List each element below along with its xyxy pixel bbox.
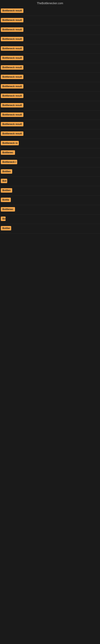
list-item[interactable]: Bottleneck result (0, 110, 100, 120)
site-title: TheBottlenecker.com (0, 0, 100, 6)
bottleneck-result-badge: Bottleneck result (1, 46, 23, 51)
bottleneck-result-badge: Bottleneck result (1, 37, 23, 41)
bottleneck-result-badge: Bottleneck result (1, 112, 23, 117)
list-item[interactable]: Bottlen (0, 167, 100, 177)
list-item[interactable]: Bottleneck result (0, 44, 100, 54)
bottleneck-result-badge: Bottlenec (1, 150, 15, 155)
list-item[interactable]: Bottle (0, 196, 100, 205)
list-item[interactable]: Bot (0, 177, 100, 186)
list-item[interactable]: Bottleneck result (0, 120, 100, 130)
bottleneck-result-badge: Bottleneck result (1, 75, 23, 79)
bottleneck-result-badge: Bottleneck result (1, 94, 23, 98)
bottleneck-result-badge: Bottler (1, 226, 11, 230)
list-item[interactable]: Bottleneck result (0, 63, 100, 73)
bottleneck-result-badge: Bottleneck result (1, 8, 23, 13)
list-item[interactable]: Bottleneck result (0, 82, 100, 92)
bottleneck-result-badge: Bottleneck result (1, 122, 23, 126)
list-item[interactable]: Bottleneck result (0, 25, 100, 35)
bottleneck-result-badge: Bottleneck r (1, 160, 17, 164)
list-item[interactable]: Bottleneck result (0, 6, 100, 16)
list-item[interactable]: Bottleneck result (0, 130, 100, 139)
list-item[interactable]: Bottlenec (0, 148, 100, 158)
site-title-text: TheBottlenecker.com (37, 2, 63, 5)
bottleneck-result-badge: Bottleneck re (1, 141, 19, 145)
bottleneck-result-badge: Bo (1, 216, 6, 221)
list-item[interactable]: Bottleneck re (0, 139, 100, 148)
bottleneck-result-badge: Bottleneck result (1, 132, 23, 136)
list-item[interactable]: Bottleneck result (0, 54, 100, 63)
list-item[interactable]: Bottleneck result (0, 35, 100, 44)
bottleneck-result-badge: Bot (1, 179, 7, 183)
list-item[interactable]: Bottleneck r (0, 158, 100, 167)
list-item[interactable]: Bottleneck result (0, 92, 100, 101)
bottleneck-result-badge: Bottleneck result (1, 103, 23, 108)
list-item[interactable]: Bottleneck result (0, 16, 100, 25)
bottleneck-result-badge: Bottlen (1, 188, 12, 192)
list-item[interactable]: Bo (0, 214, 100, 224)
bottleneck-result-badge: Bottleneck result (1, 56, 23, 60)
bottleneck-result-badge: Bottlen (1, 169, 12, 174)
list-item[interactable]: Bottlenec (0, 205, 100, 214)
list-item[interactable]: Bottleneck result (0, 73, 100, 82)
list-item[interactable]: Bottlen (0, 186, 100, 196)
bottleneck-result-badge: Bottleneck result (1, 18, 23, 22)
list-item[interactable]: Bottler (0, 224, 100, 234)
list-item[interactable]: Bottleneck result (0, 101, 100, 110)
bottleneck-result-badge: Bottleneck result (1, 27, 23, 32)
bottleneck-result-badge: Bottle (1, 198, 11, 202)
bottleneck-result-badge: Bottleneck result (1, 65, 23, 70)
bottleneck-result-badge: Bottlenec (1, 207, 15, 212)
bottleneck-result-badge: Bottleneck result (1, 84, 23, 88)
